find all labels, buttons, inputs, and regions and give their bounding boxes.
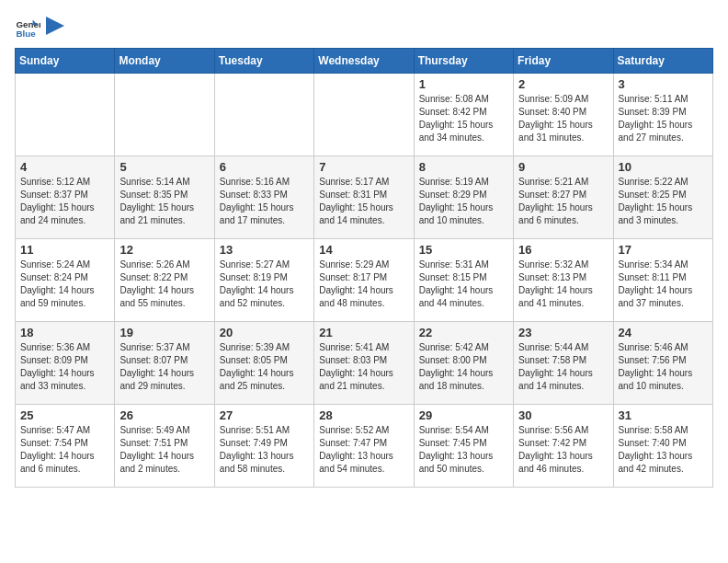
calendar-cell: 12Sunrise: 5:26 AM Sunset: 8:22 PM Dayli… xyxy=(115,239,214,322)
calendar-cell xyxy=(314,74,414,156)
calendar-cell: 27Sunrise: 5:51 AM Sunset: 7:49 PM Dayli… xyxy=(214,405,313,488)
day-number: 4 xyxy=(20,160,109,174)
svg-text:Blue: Blue xyxy=(16,29,36,39)
day-info: Sunrise: 5:12 AM Sunset: 8:37 PM Dayligh… xyxy=(20,176,109,227)
day-number: 7 xyxy=(319,160,408,174)
day-number: 15 xyxy=(419,243,508,257)
calendar-cell: 14Sunrise: 5:29 AM Sunset: 8:17 PM Dayli… xyxy=(314,239,414,322)
calendar-cell: 5Sunrise: 5:14 AM Sunset: 8:35 PM Daylig… xyxy=(115,156,214,239)
day-info: Sunrise: 5:37 AM Sunset: 8:07 PM Dayligh… xyxy=(119,341,209,393)
day-info: Sunrise: 5:51 AM Sunset: 7:49 PM Dayligh… xyxy=(220,424,309,476)
day-info: Sunrise: 5:56 AM Sunset: 7:42 PM Dayligh… xyxy=(518,424,608,476)
calendar-day-header: Tuesday xyxy=(214,49,313,74)
calendar-cell: 26Sunrise: 5:49 AM Sunset: 7:51 PM Dayli… xyxy=(115,405,214,488)
day-info: Sunrise: 5:16 AM Sunset: 8:33 PM Dayligh… xyxy=(220,176,309,227)
calendar-cell: 21Sunrise: 5:41 AM Sunset: 8:03 PM Dayli… xyxy=(314,322,414,405)
day-number: 23 xyxy=(518,326,608,339)
calendar-day-header: Friday xyxy=(514,49,613,74)
calendar-day-header: Sunday xyxy=(16,49,115,74)
day-number: 2 xyxy=(518,77,608,91)
calendar-cell: 9Sunrise: 5:21 AM Sunset: 8:27 PM Daylig… xyxy=(514,156,613,239)
calendar-cell: 24Sunrise: 5:46 AM Sunset: 7:56 PM Dayli… xyxy=(613,322,712,405)
day-info: Sunrise: 5:17 AM Sunset: 8:31 PM Dayligh… xyxy=(319,176,408,227)
calendar-cell: 8Sunrise: 5:19 AM Sunset: 8:29 PM Daylig… xyxy=(414,156,513,239)
calendar-cell: 29Sunrise: 5:54 AM Sunset: 7:45 PM Dayli… xyxy=(414,405,513,488)
day-info: Sunrise: 5:49 AM Sunset: 7:51 PM Dayligh… xyxy=(119,424,209,476)
calendar-cell: 3Sunrise: 5:11 AM Sunset: 8:39 PM Daylig… xyxy=(613,74,712,156)
day-info: Sunrise: 5:24 AM Sunset: 8:24 PM Dayligh… xyxy=(20,259,109,310)
day-number: 30 xyxy=(518,408,608,422)
day-number: 10 xyxy=(619,160,708,174)
calendar-cell: 2Sunrise: 5:09 AM Sunset: 8:40 PM Daylig… xyxy=(514,74,613,156)
calendar-cell: 22Sunrise: 5:42 AM Sunset: 8:00 PM Dayli… xyxy=(414,322,513,405)
day-info: Sunrise: 5:42 AM Sunset: 8:00 PM Dayligh… xyxy=(419,341,508,393)
calendar-cell: 7Sunrise: 5:17 AM Sunset: 8:31 PM Daylig… xyxy=(314,156,414,239)
calendar-day-header: Wednesday xyxy=(314,49,414,74)
calendar-cell xyxy=(115,74,214,156)
day-info: Sunrise: 5:39 AM Sunset: 8:05 PM Dayligh… xyxy=(220,341,309,393)
day-number: 19 xyxy=(119,326,209,339)
calendar-week-row: 11Sunrise: 5:24 AM Sunset: 8:24 PM Dayli… xyxy=(16,239,713,322)
day-info: Sunrise: 5:08 AM Sunset: 8:42 PM Dayligh… xyxy=(419,93,508,144)
calendar-cell: 19Sunrise: 5:37 AM Sunset: 8:07 PM Dayli… xyxy=(115,322,214,405)
calendar-cell: 28Sunrise: 5:52 AM Sunset: 7:47 PM Dayli… xyxy=(314,405,414,488)
day-number: 18 xyxy=(20,326,109,339)
day-info: Sunrise: 5:44 AM Sunset: 7:58 PM Dayligh… xyxy=(518,341,608,393)
day-number: 5 xyxy=(119,160,209,174)
calendar-table: SundayMondayTuesdayWednesdayThursdayFrid… xyxy=(15,48,713,488)
day-info: Sunrise: 5:52 AM Sunset: 7:47 PM Dayligh… xyxy=(319,424,408,476)
day-info: Sunrise: 5:26 AM Sunset: 8:22 PM Dayligh… xyxy=(119,259,209,310)
day-number: 13 xyxy=(220,243,309,257)
day-number: 26 xyxy=(119,408,209,422)
calendar-cell: 15Sunrise: 5:31 AM Sunset: 8:15 PM Dayli… xyxy=(414,239,513,322)
calendar-week-row: 25Sunrise: 5:47 AM Sunset: 7:54 PM Dayli… xyxy=(16,405,713,488)
day-number: 20 xyxy=(220,326,309,339)
calendar-week-row: 1Sunrise: 5:08 AM Sunset: 8:42 PM Daylig… xyxy=(16,74,713,156)
day-number: 3 xyxy=(619,77,708,91)
day-info: Sunrise: 5:36 AM Sunset: 8:09 PM Dayligh… xyxy=(20,341,109,393)
day-number: 25 xyxy=(20,408,109,422)
logo-icon: General Blue xyxy=(15,15,40,40)
calendar-week-row: 4Sunrise: 5:12 AM Sunset: 8:37 PM Daylig… xyxy=(16,156,713,239)
day-info: Sunrise: 5:54 AM Sunset: 7:45 PM Dayligh… xyxy=(419,424,508,476)
day-info: Sunrise: 5:47 AM Sunset: 7:54 PM Dayligh… xyxy=(20,424,109,476)
calendar-cell: 23Sunrise: 5:44 AM Sunset: 7:58 PM Dayli… xyxy=(514,322,613,405)
calendar-cell: 11Sunrise: 5:24 AM Sunset: 8:24 PM Dayli… xyxy=(16,239,115,322)
day-number: 27 xyxy=(220,408,309,422)
day-number: 22 xyxy=(419,326,508,339)
day-number: 12 xyxy=(119,243,209,257)
calendar-header-row: SundayMondayTuesdayWednesdayThursdayFrid… xyxy=(16,49,713,74)
day-number: 1 xyxy=(419,77,508,91)
day-info: Sunrise: 5:58 AM Sunset: 7:40 PM Dayligh… xyxy=(619,424,708,476)
calendar-cell: 13Sunrise: 5:27 AM Sunset: 8:19 PM Dayli… xyxy=(214,239,313,322)
day-number: 31 xyxy=(619,408,708,422)
day-number: 16 xyxy=(518,243,608,257)
day-number: 8 xyxy=(419,160,508,174)
calendar-day-header: Thursday xyxy=(414,49,513,74)
calendar-cell: 31Sunrise: 5:58 AM Sunset: 7:40 PM Dayli… xyxy=(613,405,712,488)
logo: General Blue xyxy=(15,15,64,40)
day-info: Sunrise: 5:46 AM Sunset: 7:56 PM Dayligh… xyxy=(619,341,708,393)
day-number: 21 xyxy=(319,326,408,339)
calendar-body: 1Sunrise: 5:08 AM Sunset: 8:42 PM Daylig… xyxy=(16,74,713,488)
logo-arrow-icon xyxy=(46,17,64,35)
calendar-cell xyxy=(16,74,115,156)
calendar-cell: 18Sunrise: 5:36 AM Sunset: 8:09 PM Dayli… xyxy=(16,322,115,405)
day-info: Sunrise: 5:14 AM Sunset: 8:35 PM Dayligh… xyxy=(119,176,209,227)
page-header: General Blue xyxy=(15,15,713,40)
calendar-cell: 17Sunrise: 5:34 AM Sunset: 8:11 PM Dayli… xyxy=(613,239,712,322)
day-number: 24 xyxy=(619,326,708,339)
day-number: 29 xyxy=(419,408,508,422)
day-info: Sunrise: 5:31 AM Sunset: 8:15 PM Dayligh… xyxy=(419,259,508,310)
calendar-cell: 4Sunrise: 5:12 AM Sunset: 8:37 PM Daylig… xyxy=(16,156,115,239)
svg-marker-2 xyxy=(46,17,64,35)
day-info: Sunrise: 5:19 AM Sunset: 8:29 PM Dayligh… xyxy=(419,176,508,227)
day-number: 9 xyxy=(518,160,608,174)
day-number: 17 xyxy=(619,243,708,257)
calendar-cell: 1Sunrise: 5:08 AM Sunset: 8:42 PM Daylig… xyxy=(414,74,513,156)
calendar-week-row: 18Sunrise: 5:36 AM Sunset: 8:09 PM Dayli… xyxy=(16,322,713,405)
calendar-cell: 20Sunrise: 5:39 AM Sunset: 8:05 PM Dayli… xyxy=(214,322,313,405)
day-number: 6 xyxy=(220,160,309,174)
day-info: Sunrise: 5:09 AM Sunset: 8:40 PM Dayligh… xyxy=(518,93,608,144)
day-number: 14 xyxy=(319,243,408,257)
